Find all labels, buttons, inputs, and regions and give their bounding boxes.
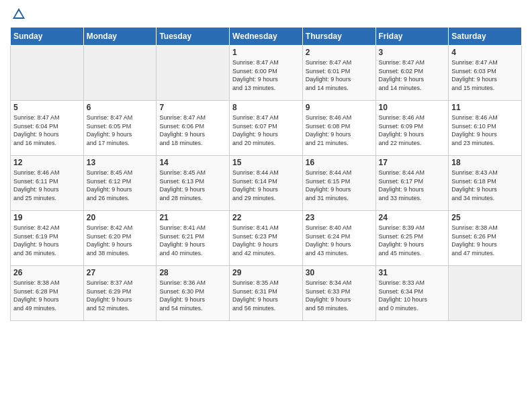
day-number: 28 — [159, 268, 226, 277]
calendar-header-row: SundayMondayTuesdayWednesdayThursdayFrid… — [11, 28, 522, 46]
day-info: Sunrise: 8:40 AM Sunset: 6:24 PM Dayligh… — [306, 224, 373, 257]
calendar-week-row: 12Sunrise: 8:46 AM Sunset: 6:11 PM Dayli… — [11, 156, 522, 211]
day-number: 29 — [232, 268, 300, 277]
logo — [10, 7, 26, 21]
day-info: Sunrise: 8:43 AM Sunset: 6:18 PM Dayligh… — [451, 169, 519, 202]
calendar-cell: 13Sunrise: 8:45 AM Sunset: 6:12 PM Dayli… — [83, 156, 157, 211]
logo-icon — [11, 7, 26, 21]
day-info: Sunrise: 8:33 AM Sunset: 6:34 PM Dayligh… — [379, 279, 446, 312]
day-info: Sunrise: 8:46 AM Sunset: 6:08 PM Dayligh… — [306, 113, 373, 147]
calendar-cell: 29Sunrise: 8:35 AM Sunset: 6:31 PM Dayli… — [230, 266, 303, 321]
calendar-cell: 17Sunrise: 8:44 AM Sunset: 6:17 PM Dayli… — [375, 156, 449, 211]
calendar-cell: 16Sunrise: 8:44 AM Sunset: 6:15 PM Dayli… — [302, 156, 375, 211]
day-info: Sunrise: 8:47 AM Sunset: 6:04 PM Dayligh… — [13, 113, 81, 147]
calendar-cell: 9Sunrise: 8:46 AM Sunset: 6:08 PM Daylig… — [302, 101, 375, 156]
day-info: Sunrise: 8:39 AM Sunset: 6:25 PM Dayligh… — [379, 224, 446, 257]
calendar-container: SundayMondayTuesdayWednesdayThursdayFrid… — [0, 0, 532, 328]
day-info: Sunrise: 8:37 AM Sunset: 6:29 PM Dayligh… — [87, 279, 154, 312]
day-number: 23 — [306, 213, 373, 222]
calendar-cell: 15Sunrise: 8:44 AM Sunset: 6:14 PM Dayli… — [230, 156, 303, 211]
day-number: 20 — [87, 213, 154, 222]
day-number: 21 — [159, 213, 226, 222]
calendar-cell: 12Sunrise: 8:46 AM Sunset: 6:11 PM Dayli… — [11, 156, 84, 211]
col-header-friday: Friday — [375, 28, 449, 46]
day-info: Sunrise: 8:34 AM Sunset: 6:33 PM Dayligh… — [306, 279, 373, 312]
day-number: 19 — [13, 213, 81, 222]
day-info: Sunrise: 8:41 AM Sunset: 6:23 PM Dayligh… — [232, 224, 300, 257]
day-number: 2 — [306, 48, 373, 57]
day-info: Sunrise: 8:41 AM Sunset: 6:21 PM Dayligh… — [159, 224, 226, 257]
day-info: Sunrise: 8:44 AM Sunset: 6:15 PM Dayligh… — [306, 169, 373, 202]
day-info: Sunrise: 8:47 AM Sunset: 6:00 PM Dayligh… — [232, 58, 300, 92]
calendar-cell: 20Sunrise: 8:42 AM Sunset: 6:20 PM Dayli… — [83, 211, 157, 266]
col-header-thursday: Thursday — [302, 28, 375, 46]
day-info: Sunrise: 8:35 AM Sunset: 6:31 PM Dayligh… — [232, 279, 300, 312]
day-info: Sunrise: 8:36 AM Sunset: 6:30 PM Dayligh… — [159, 279, 226, 312]
day-info: Sunrise: 8:47 AM Sunset: 6:07 PM Dayligh… — [232, 113, 300, 147]
day-number: 26 — [13, 268, 81, 277]
calendar-cell: 25Sunrise: 8:38 AM Sunset: 6:26 PM Dayli… — [449, 211, 522, 266]
day-number: 3 — [379, 48, 446, 57]
day-number: 11 — [451, 103, 519, 112]
day-number: 22 — [232, 213, 300, 222]
day-number: 4 — [451, 48, 519, 57]
day-number: 5 — [13, 103, 81, 112]
day-info: Sunrise: 8:45 AM Sunset: 6:13 PM Dayligh… — [159, 169, 226, 202]
day-number: 9 — [306, 103, 373, 112]
calendar-cell: 10Sunrise: 8:46 AM Sunset: 6:09 PM Dayli… — [375, 101, 449, 156]
day-info: Sunrise: 8:46 AM Sunset: 6:10 PM Dayligh… — [451, 113, 519, 147]
calendar-cell: 4Sunrise: 8:47 AM Sunset: 6:03 PM Daylig… — [449, 46, 522, 101]
day-number: 8 — [232, 103, 300, 112]
day-number: 18 — [451, 158, 519, 167]
day-info: Sunrise: 8:38 AM Sunset: 6:28 PM Dayligh… — [13, 279, 81, 312]
col-header-wednesday: Wednesday — [230, 28, 303, 46]
day-number: 31 — [379, 268, 446, 277]
day-number: 15 — [232, 158, 300, 167]
calendar-cell: 22Sunrise: 8:41 AM Sunset: 6:23 PM Dayli… — [230, 211, 303, 266]
day-number: 25 — [451, 213, 519, 222]
day-number: 10 — [379, 103, 446, 112]
calendar-week-row: 1Sunrise: 8:47 AM Sunset: 6:00 PM Daylig… — [11, 46, 522, 101]
day-number: 7 — [159, 103, 226, 112]
col-header-sunday: Sunday — [11, 28, 84, 46]
day-info: Sunrise: 8:46 AM Sunset: 6:09 PM Dayligh… — [379, 113, 446, 147]
day-info: Sunrise: 8:47 AM Sunset: 6:03 PM Dayligh… — [451, 58, 519, 92]
calendar-cell: 14Sunrise: 8:45 AM Sunset: 6:13 PM Dayli… — [157, 156, 230, 211]
calendar-cell: 6Sunrise: 8:47 AM Sunset: 6:05 PM Daylig… — [83, 101, 157, 156]
day-info: Sunrise: 8:47 AM Sunset: 6:06 PM Dayligh… — [159, 113, 226, 147]
calendar-cell: 26Sunrise: 8:38 AM Sunset: 6:28 PM Dayli… — [11, 266, 84, 321]
calendar-cell: 11Sunrise: 8:46 AM Sunset: 6:10 PM Dayli… — [449, 101, 522, 156]
calendar-week-row: 5Sunrise: 8:47 AM Sunset: 6:04 PM Daylig… — [11, 101, 522, 156]
calendar-cell: 3Sunrise: 8:47 AM Sunset: 6:02 PM Daylig… — [375, 46, 449, 101]
day-number: 17 — [379, 158, 446, 167]
calendar-cell: 21Sunrise: 8:41 AM Sunset: 6:21 PM Dayli… — [157, 211, 230, 266]
calendar-cell — [11, 46, 84, 101]
day-info: Sunrise: 8:47 AM Sunset: 6:02 PM Dayligh… — [379, 58, 446, 92]
calendar-cell: 5Sunrise: 8:47 AM Sunset: 6:04 PM Daylig… — [11, 101, 84, 156]
calendar-cell: 18Sunrise: 8:43 AM Sunset: 6:18 PM Dayli… — [449, 156, 522, 211]
col-header-tuesday: Tuesday — [157, 28, 230, 46]
calendar-cell: 1Sunrise: 8:47 AM Sunset: 6:00 PM Daylig… — [230, 46, 303, 101]
calendar-cell: 31Sunrise: 8:33 AM Sunset: 6:34 PM Dayli… — [375, 266, 449, 321]
day-info: Sunrise: 8:47 AM Sunset: 6:05 PM Dayligh… — [87, 113, 154, 147]
day-number: 27 — [87, 268, 154, 277]
calendar-cell: 2Sunrise: 8:47 AM Sunset: 6:01 PM Daylig… — [302, 46, 375, 101]
day-number: 30 — [306, 268, 373, 277]
calendar-cell: 27Sunrise: 8:37 AM Sunset: 6:29 PM Dayli… — [83, 266, 157, 321]
day-number: 1 — [232, 48, 300, 57]
calendar-cell: 30Sunrise: 8:34 AM Sunset: 6:33 PM Dayli… — [302, 266, 375, 321]
calendar-cell: 23Sunrise: 8:40 AM Sunset: 6:24 PM Dayli… — [302, 211, 375, 266]
day-number: 6 — [87, 103, 154, 112]
calendar-cell: 28Sunrise: 8:36 AM Sunset: 6:30 PM Dayli… — [157, 266, 230, 321]
calendar-cell — [83, 46, 157, 101]
day-info: Sunrise: 8:44 AM Sunset: 6:14 PM Dayligh… — [232, 169, 300, 202]
day-info: Sunrise: 8:42 AM Sunset: 6:19 PM Dayligh… — [13, 224, 81, 257]
day-number: 24 — [379, 213, 446, 222]
col-header-saturday: Saturday — [449, 28, 522, 46]
calendar-cell — [157, 46, 230, 101]
calendar-cell: 24Sunrise: 8:39 AM Sunset: 6:25 PM Dayli… — [375, 211, 449, 266]
calendar-week-row: 19Sunrise: 8:42 AM Sunset: 6:19 PM Dayli… — [11, 211, 522, 266]
calendar-table: SundayMondayTuesdayWednesdayThursdayFrid… — [10, 27, 522, 321]
day-number: 13 — [87, 158, 154, 167]
header — [10, 7, 522, 21]
